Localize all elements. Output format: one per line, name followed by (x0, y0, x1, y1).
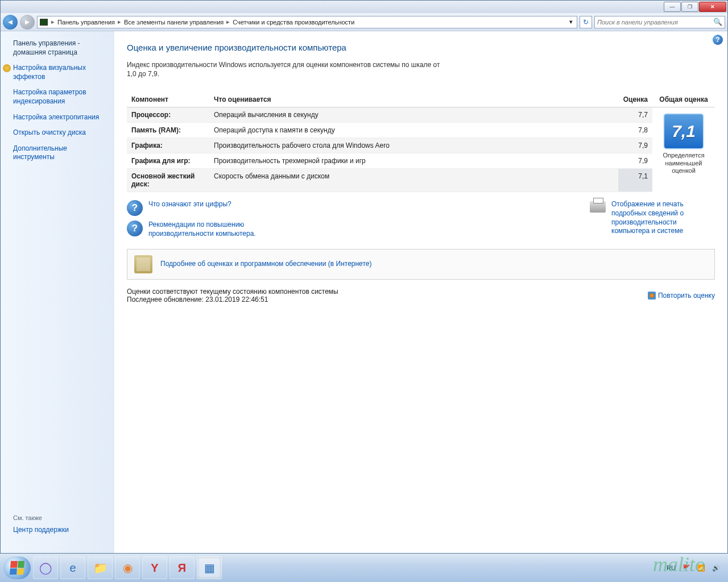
th-score: Оценка (618, 92, 652, 107)
page-title: Оценка и увеличение производительности к… (127, 43, 715, 52)
chevron-right-icon: ▸ (225, 18, 231, 26)
score-table: Компонент Что оценивается Оценка Общая о… (127, 92, 715, 192)
back-button[interactable]: ◄ (3, 15, 18, 30)
sidebar-seealso-header: См. также (13, 514, 109, 521)
search-box[interactable]: 🔍 (594, 16, 725, 28)
start-button[interactable] (3, 556, 31, 579)
overall-score-badge: 7,1 (663, 113, 704, 149)
close-button[interactable]: ✕ (699, 2, 726, 12)
search-input[interactable] (597, 19, 713, 26)
main-content: ? Оценка и увеличение производительности… (114, 31, 727, 553)
help-icon[interactable]: ? (713, 35, 723, 45)
overall-cell: 7,1 Определяется наименьшей оценкой (652, 107, 715, 192)
taskbar-explorer-icon[interactable]: 📁 (88, 556, 113, 579)
breadcrumb[interactable]: ▸ Панель управления ▸ Все элементы панел… (37, 16, 577, 28)
maximize-button[interactable]: ❐ (681, 2, 698, 12)
sidebar-visual-effects[interactable]: Настройка визуальных эффектов (13, 64, 109, 81)
table-row: Основной жесткий диск: Скорость обмена д… (127, 169, 715, 192)
taskbar-yandex-icon[interactable]: Y (142, 556, 167, 579)
cell-comp: Память (RAM): (127, 123, 209, 138)
cell-comp: Основной жесткий диск: (127, 169, 209, 192)
th-description: Что оценивается (209, 92, 618, 107)
window-titlebar: — ❐ ✕ (1, 1, 727, 13)
cell-score: 7,9 (618, 138, 652, 153)
chevron-right-icon: ▸ (50, 18, 56, 26)
cell-desc: Производительность трехмерной графики и … (209, 153, 618, 169)
link-what-numbers[interactable]: Что означают эти цифры? (148, 200, 231, 209)
help-icon: ? (127, 200, 143, 216)
th-component: Компонент (127, 92, 209, 107)
intro-text: Индекс производительности Windows исполь… (127, 60, 445, 78)
tray-flag-icon[interactable]: 🚩 (682, 564, 690, 572)
software-box-icon (134, 255, 152, 273)
sidebar-disk-cleanup[interactable]: Открыть очистку диска (13, 128, 109, 138)
table-row: Память (RAM): Операций доступа к памяти … (127, 123, 715, 138)
link-recommendations[interactable]: Рекомендации по повышению производительн… (148, 221, 297, 238)
sidebar-home-link[interactable]: Панель управления - домашняя страница (13, 39, 109, 57)
status-text: Оценки соответствуют текущему состоянию … (127, 288, 338, 304)
cell-comp: Процессор: (127, 107, 209, 123)
taskbar-ie-icon[interactable]: e (60, 556, 85, 579)
cell-score: 7,1 (618, 169, 652, 192)
link-online-info[interactable]: Подробнее об оценках и программном обесп… (160, 260, 371, 269)
table-row: Графика: Производительность рабочего сто… (127, 138, 715, 153)
breadcrumb-all-items[interactable]: Все элементы панели управления (122, 19, 225, 26)
shield-icon (648, 292, 656, 300)
tray-network-icon[interactable]: 📶 (697, 564, 705, 572)
taskbar-control-panel-icon[interactable]: ▦ (197, 556, 222, 579)
system-tray[interactable]: RU 🚩 📶 🔊 (667, 564, 725, 572)
minimize-button[interactable]: — (664, 2, 681, 12)
chevron-right-icon: ▸ (117, 18, 122, 26)
link-print-details[interactable]: Отображение и печать подробных сведений … (611, 200, 715, 235)
sidebar-action-center[interactable]: Центр поддержки (13, 526, 109, 535)
online-info-panel: Подробнее об оценках и программном обесп… (127, 249, 715, 280)
status-line2: Последнее обновление: 23.01.2019 22:46:5… (127, 296, 338, 304)
cell-desc: Производительность рабочего стола для Wi… (209, 138, 618, 153)
status-line1: Оценки соответствуют текущему состоянию … (127, 288, 338, 296)
refresh-button[interactable]: ↻ (580, 16, 592, 28)
cell-comp: Графика для игр: (127, 153, 209, 169)
table-row: Процессор: Операций вычисления в секунду… (127, 107, 715, 123)
breadcrumb-dropdown[interactable]: ▾ (568, 18, 574, 26)
windows-logo-icon (10, 561, 24, 575)
computer-icon (40, 19, 48, 26)
search-icon[interactable]: 🔍 (713, 18, 722, 26)
th-overall: Общая оценка (652, 92, 715, 107)
sidebar-power[interactable]: Настройка электропитания (13, 113, 109, 122)
cell-desc: Скорость обмена данными с диском (209, 169, 618, 192)
cell-score: 7,8 (618, 123, 652, 138)
taskbar: ◯ e 📁 ◉ Y Я ▦ RU 🚩 📶 🔊 (0, 554, 728, 582)
breadcrumb-control-panel[interactable]: Панель управления (56, 19, 117, 26)
address-bar: ◄ ► ▸ Панель управления ▸ Все элементы п… (1, 13, 727, 31)
forward-button[interactable]: ► (20, 15, 35, 30)
cell-comp: Графика: (127, 138, 209, 153)
overall-score-caption: Определяется наименьшей оценкой (659, 152, 708, 174)
rerun-assessment-link[interactable]: Повторить оценку (648, 288, 715, 304)
cell-score: 7,7 (618, 107, 652, 123)
tray-volume-icon[interactable]: 🔊 (712, 564, 720, 572)
printer-icon (590, 201, 606, 213)
table-row: Графика для игр: Производительность трех… (127, 153, 715, 169)
breadcrumb-performance[interactable]: Счетчики и средства производительности (231, 19, 356, 26)
taskbar-cortana-icon[interactable]: ◯ (33, 556, 58, 579)
taskbar-ya-icon[interactable]: Я (169, 556, 195, 579)
help-icon: ? (127, 221, 143, 236)
cell-desc: Операций вычисления в секунду (209, 107, 618, 123)
cell-score: 7,9 (618, 153, 652, 169)
sidebar: Панель управления - домашняя страница На… (1, 31, 114, 553)
rerun-label: Повторить оценку (658, 292, 715, 300)
taskbar-media-icon[interactable]: ◉ (115, 556, 140, 579)
sidebar-indexing[interactable]: Настройка параметров индексирования (13, 88, 109, 106)
cell-desc: Операций доступа к памяти в секунду (209, 123, 618, 138)
tray-lang[interactable]: RU (667, 564, 676, 571)
sidebar-tools[interactable]: Дополнительные инструменты (13, 144, 109, 162)
